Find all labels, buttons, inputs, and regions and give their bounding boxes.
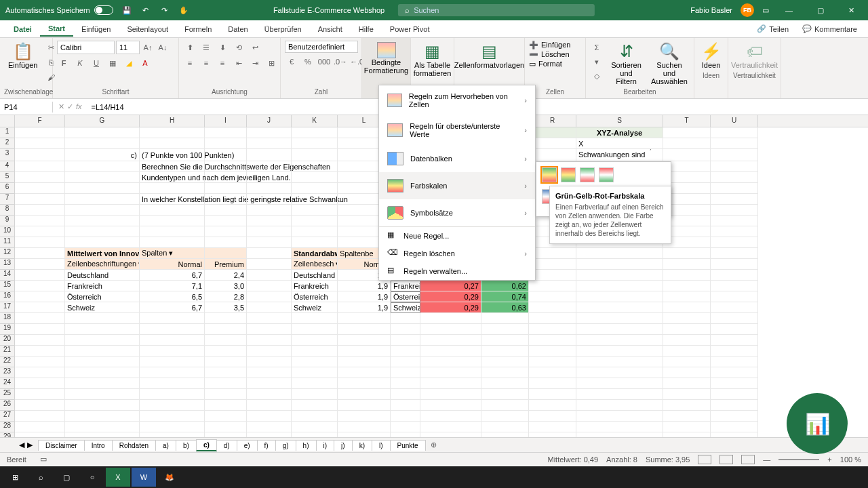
cell[interactable] — [663, 422, 711, 432]
task-view-icon[interactable]: ▢ — [54, 468, 79, 487]
cell[interactable] — [576, 378, 663, 389]
cell[interactable] — [338, 378, 391, 389]
zoom-level[interactable]: 100 % — [840, 455, 861, 464]
cell[interactable] — [711, 281, 758, 291]
cell[interactable] — [391, 411, 420, 422]
cell[interactable] — [65, 357, 140, 367]
cell[interactable] — [711, 432, 758, 437]
cell[interactable] — [292, 411, 338, 422]
cell[interactable] — [576, 422, 663, 432]
row-header[interactable]: 17 — [0, 302, 15, 313]
cell[interactable] — [292, 432, 338, 437]
cell[interactable] — [247, 237, 292, 248]
col-header[interactable]: R — [529, 115, 576, 127]
cell[interactable]: Österreich — [391, 291, 420, 302]
align-right-icon[interactable]: ≡ — [216, 56, 229, 70]
align-top-icon[interactable]: ⬆ — [183, 41, 197, 54]
underline-button[interactable]: U — [90, 56, 103, 70]
cell[interactable] — [65, 127, 140, 138]
tab-review[interactable]: Überprüfen — [256, 22, 310, 36]
cell[interactable]: Mittelwert von Innovation — [65, 248, 140, 259]
cf-highlight-rules[interactable]: Regeln zum Hervorheben von Zellen› — [379, 85, 535, 115]
row-header[interactable]: 6 — [0, 183, 15, 194]
cell[interactable] — [205, 248, 247, 259]
cell[interactable] — [15, 248, 65, 259]
cell[interactable] — [663, 367, 711, 378]
cell[interactable] — [140, 389, 205, 400]
cf-new-rule[interactable]: ▦Neue Regel... — [379, 227, 535, 245]
cell[interactable] — [663, 127, 711, 138]
cell[interactable] — [391, 422, 420, 432]
comments-button[interactable]: 💬 Kommentare — [797, 22, 863, 35]
cell[interactable] — [481, 346, 529, 357]
cell[interactable] — [247, 161, 292, 172]
cell[interactable] — [663, 270, 711, 281]
sheet-tab-active[interactable]: c) — [196, 439, 217, 451]
zoom-slider[interactable] — [778, 459, 819, 460]
cell[interactable] — [576, 400, 663, 411]
col-header[interactable]: H — [140, 115, 205, 127]
cell[interactable]: Kundentypen und nach dem jeweiligen Land… — [140, 172, 205, 183]
cell[interactable] — [576, 291, 663, 302]
cell[interactable]: Frankreich — [292, 281, 338, 291]
cell[interactable] — [420, 400, 481, 411]
cell[interactable] — [292, 172, 338, 183]
row-header[interactable]: 29 — [0, 432, 15, 437]
cell[interactable] — [529, 389, 576, 400]
row-header[interactable]: 11 — [0, 237, 15, 248]
fill-icon[interactable]: ▾ — [590, 55, 604, 68]
search-taskbar-icon[interactable]: ⌕ — [28, 468, 53, 487]
cell[interactable] — [205, 194, 247, 205]
cell[interactable]: 1,9 — [338, 302, 391, 313]
zoom-in-icon[interactable]: + — [827, 455, 831, 464]
row-header[interactable]: 3 — [0, 149, 15, 161]
cell[interactable]: 1,9 — [338, 281, 391, 291]
paste-button[interactable]: 📋Einfügen — [4, 41, 41, 70]
cell[interactable] — [420, 411, 481, 422]
scale-green-white-red[interactable] — [580, 167, 595, 182]
cell[interactable] — [420, 367, 481, 378]
col-header[interactable]: K — [292, 115, 338, 127]
cell[interactable] — [711, 183, 758, 194]
cell[interactable] — [529, 281, 576, 291]
row-header[interactable]: 21 — [0, 346, 15, 357]
row-header[interactable]: 28 — [0, 422, 15, 432]
cell[interactable] — [529, 378, 576, 389]
cell[interactable] — [663, 259, 711, 270]
cell[interactable] — [711, 237, 758, 248]
cell[interactable] — [292, 335, 338, 346]
bold-button[interactable]: F — [57, 56, 71, 70]
sheet-tab[interactable]: Rohdaten — [112, 440, 156, 451]
cell[interactable] — [140, 346, 205, 357]
cell[interactable] — [15, 237, 65, 248]
row-header[interactable]: 16 — [0, 291, 15, 302]
indent-decrease-icon[interactable]: ⇤ — [232, 56, 245, 70]
user-name[interactable]: Fabio Basler — [690, 6, 732, 14]
italic-button[interactable]: K — [73, 56, 87, 70]
cell[interactable] — [529, 127, 576, 138]
sheet-tab[interactable]: a) — [155, 440, 176, 451]
cell[interactable] — [576, 357, 663, 367]
cell[interactable]: 0,63 — [481, 302, 529, 313]
align-bottom-icon[interactable]: ⬇ — [216, 41, 229, 54]
cell[interactable] — [711, 346, 758, 357]
cell[interactable] — [205, 324, 247, 335]
cell[interactable] — [391, 324, 420, 335]
cell[interactable]: Schweiz — [391, 302, 420, 313]
clear-icon[interactable]: ◇ — [590, 69, 604, 83]
cell-styles-button[interactable]: ▤ Zellenformatvorlagen — [458, 41, 520, 70]
cell[interactable] — [205, 237, 247, 248]
cell[interactable] — [576, 432, 663, 437]
autosum-icon[interactable]: Σ — [590, 41, 604, 54]
cell[interactable] — [481, 411, 529, 422]
tab-pagelayout[interactable]: Seitenlayout — [119, 22, 176, 36]
zoom-out-icon[interactable]: — — [763, 455, 770, 464]
cell[interactable] — [420, 389, 481, 400]
cell[interactable] — [663, 378, 711, 389]
row-header[interactable]: 2 — [0, 138, 15, 149]
cell[interactable] — [65, 313, 140, 324]
cell[interactable]: XYZ-Analyse — [576, 127, 663, 138]
cell[interactable] — [15, 432, 65, 437]
tab-insert[interactable]: Einfügen — [73, 22, 119, 36]
cell[interactable] — [576, 259, 663, 270]
